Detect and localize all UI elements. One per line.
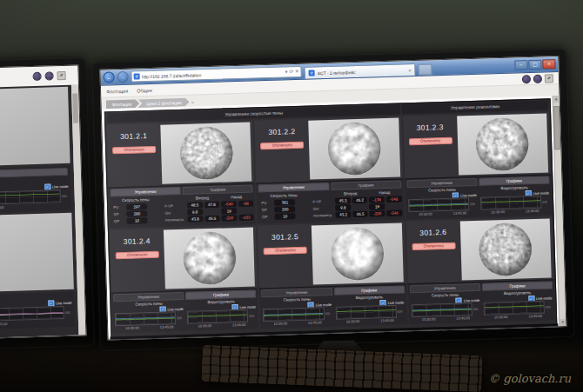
breadcrumb-more-icon[interactable]: » bbox=[191, 99, 194, 104]
col-back: Назад bbox=[219, 194, 253, 201]
live-mode-label: Live mode bbox=[52, 183, 69, 189]
scrollbar-thumb[interactable] bbox=[72, 93, 78, 123]
param-field[interactable]: -138 bbox=[369, 196, 385, 203]
param-field[interactable]: -200 bbox=[370, 210, 385, 217]
trend-chart[interactable] bbox=[263, 307, 325, 322]
time-tick: 10:30:00 bbox=[125, 326, 139, 331]
row-label: P-OP bbox=[312, 199, 333, 204]
sp-field[interactable]: 200 bbox=[275, 206, 296, 213]
status-badge: Отключено bbox=[264, 247, 307, 255]
minimize-button[interactable]: – bbox=[514, 60, 527, 70]
trend-chart[interactable] bbox=[483, 301, 545, 316]
param-field[interactable]: 45.3 bbox=[335, 197, 351, 204]
forward-button[interactable]: → bbox=[117, 71, 128, 83]
col-forward: Вперед bbox=[333, 190, 367, 197]
status-badge: Отключено bbox=[112, 146, 156, 154]
time-tick: 13:45:00 bbox=[528, 314, 542, 319]
op-field[interactable]: 10 bbox=[275, 213, 296, 220]
param-field[interactable]: 48.5 bbox=[187, 202, 203, 209]
close-button[interactable]: × bbox=[542, 59, 555, 69]
froth-camera-image bbox=[476, 220, 535, 279]
op-field[interactable]: 10 bbox=[126, 217, 147, 224]
status-badge: Отключено bbox=[260, 142, 304, 149]
froth-image-tile bbox=[459, 218, 551, 280]
param-field[interactable]: 19 bbox=[370, 203, 385, 210]
froth-image-tile bbox=[0, 213, 74, 298]
browser-tab[interactable]: e ACT - 2 интерфейс × bbox=[304, 63, 415, 79]
axis-label: 500 bbox=[472, 302, 479, 316]
param-field[interactable]: 43.8 bbox=[187, 216, 203, 223]
back-button[interactable]: ← bbox=[103, 71, 114, 83]
cell-id: 301.2.3 bbox=[403, 123, 457, 133]
trend-chart[interactable] bbox=[480, 196, 542, 210]
trend-chart[interactable] bbox=[187, 309, 249, 324]
stop-icon[interactable]: ✕ bbox=[295, 68, 299, 76]
param-field[interactable]: 43.2 bbox=[336, 211, 352, 218]
pv-label: PV bbox=[113, 205, 124, 209]
trend-chart[interactable] bbox=[335, 305, 397, 320]
time-tick: 13:45:00 bbox=[308, 320, 322, 325]
param-field[interactable]: 9.8 bbox=[335, 204, 351, 211]
scroll-down-arrow[interactable]: ▼ bbox=[560, 319, 566, 326]
new-tab-button[interactable] bbox=[418, 63, 432, 75]
tab-title: ACT - 2 интерфейс bbox=[318, 68, 406, 76]
param-field[interactable]: 45.5 bbox=[352, 211, 368, 218]
maximize-button[interactable]: ▢ bbox=[528, 60, 541, 70]
cell-panel: 301.2.5 Отключено bbox=[258, 221, 407, 329]
param-field[interactable]: -433 bbox=[238, 215, 254, 222]
status-badge: Отключено bbox=[409, 137, 452, 145]
menu-item-flotation[interactable]: Флотация bbox=[106, 88, 128, 94]
live-mode-checkbox[interactable]: ✓ bbox=[48, 300, 54, 306]
scroll-up-arrow[interactable]: ▲ bbox=[553, 96, 560, 103]
circle-icon[interactable] bbox=[533, 74, 542, 83]
axis-label: 500 bbox=[61, 189, 68, 203]
axis-label: 500 bbox=[546, 300, 553, 313]
circle-icon[interactable] bbox=[32, 72, 41, 81]
froth-camera-image bbox=[473, 115, 533, 174]
time-tick: 13:45:00 bbox=[160, 324, 174, 329]
cell-panel: 301.2.4 Отключено bbox=[110, 225, 259, 333]
circle-icon[interactable] bbox=[44, 71, 53, 80]
dropdown-icon[interactable]: ▾ bbox=[285, 68, 287, 76]
col-forward: Вперед bbox=[185, 195, 219, 202]
export-icon[interactable]: ⬈ bbox=[545, 74, 553, 83]
froth-image-tile bbox=[312, 223, 403, 285]
time-tick: 13:45:00 bbox=[380, 318, 394, 323]
live-mode-checkbox[interactable]: ✓ bbox=[44, 183, 50, 189]
param-field[interactable]: -200 bbox=[222, 215, 238, 222]
export-icon[interactable]: ⬈ bbox=[57, 71, 65, 80]
tab-close-icon[interactable]: × bbox=[408, 68, 412, 73]
breadcrumb-item[interactable]: Флотация bbox=[105, 99, 139, 109]
menu-item-general[interactable]: Общее bbox=[137, 87, 152, 93]
froth-image-tile bbox=[164, 228, 255, 289]
main-monitor-screen: ← → e ▾ ⟳ ✕ e ACT - 2 интерфейс × bbox=[99, 56, 566, 341]
refresh-icon[interactable]: ⟳ bbox=[289, 68, 293, 76]
param-field[interactable]: 19 bbox=[221, 208, 237, 215]
param-field[interactable]: 47.8 bbox=[204, 202, 220, 209]
status-badge: Отключено bbox=[412, 243, 455, 250]
param-field[interactable]: 45.5 bbox=[204, 216, 220, 223]
param-field[interactable]: 45.2 bbox=[352, 197, 368, 204]
axis-label: 500 bbox=[325, 307, 332, 320]
status-badge: Отключено bbox=[116, 251, 159, 259]
param-field[interactable]: -98 bbox=[238, 201, 254, 208]
sp-field[interactable]: 280 bbox=[126, 210, 147, 217]
trend-chart[interactable] bbox=[115, 311, 177, 326]
scrollbar-thumb[interactable] bbox=[553, 106, 560, 149]
trend-chart[interactable] bbox=[408, 197, 470, 212]
time-tick: 10:30:00 bbox=[419, 211, 432, 216]
param-field[interactable]: -540 bbox=[386, 209, 402, 216]
cell-id: 301.2.5 bbox=[258, 232, 312, 243]
param-field[interactable]: 9.8 bbox=[187, 209, 203, 216]
main-monitor: ← → e ▾ ⟳ ✕ e ACT - 2 интерфейс × bbox=[91, 49, 575, 351]
address-input[interactable] bbox=[142, 68, 284, 80]
address-bar: e ▾ ⟳ ✕ bbox=[131, 66, 301, 83]
axis-label: 500 bbox=[470, 197, 477, 210]
trend-strip: Скорость пены ✓Live mode 500 10:30:0013:… bbox=[0, 292, 75, 336]
trend-chart[interactable] bbox=[411, 302, 472, 317]
col-back: Назад bbox=[367, 189, 401, 196]
row-label: P-OP bbox=[164, 203, 185, 209]
param-field[interactable]: -540 bbox=[221, 201, 237, 208]
param-field[interactable]: -548 bbox=[386, 196, 402, 203]
circle-icon[interactable] bbox=[522, 75, 531, 83]
